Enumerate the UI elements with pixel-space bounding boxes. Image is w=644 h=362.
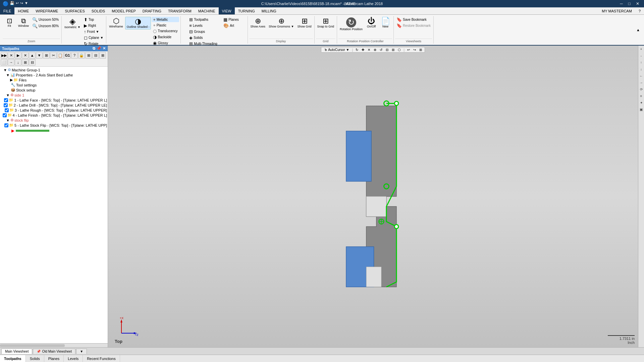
panel-scrollbar-thumb[interactable] [0, 344, 65, 347]
unzoom80-button[interactable]: 🔍 Unzoom 80% [31, 23, 60, 29]
delete-toolpath-button[interactable]: ✕ [22, 52, 29, 59]
menu-home[interactable]: HOME [14, 7, 32, 14]
menu-file[interactable]: FILE [0, 7, 14, 14]
on-off-button[interactable]: ⏻ On/Off [365, 17, 378, 29]
unzoom50-button[interactable]: 🔍 Unzoom 50% [31, 17, 60, 22]
viewsheet-main[interactable]: Main Viewsheet [1, 349, 32, 354]
window-controls[interactable]: ─ □ ✕ [618, 1, 641, 6]
tree-expand-machine[interactable]: ▼ [3, 68, 7, 72]
rp-btn-8[interactable]: ≡ [639, 93, 644, 99]
select-all-button[interactable]: ▶▶ [1, 52, 7, 59]
quick-access-save[interactable]: 💾 [10, 1, 14, 6]
vp-add-btn[interactable]: ✚ [360, 48, 366, 52]
deselect-all-button[interactable]: ✕ [8, 52, 14, 59]
fit-button[interactable]: ⊡ Fit [3, 17, 16, 28]
front-button[interactable]: ↑ Front ▼ [83, 29, 105, 35]
art-button[interactable]: 🎨 Art [222, 23, 240, 28]
rp-btn-9[interactable]: ✦ [639, 100, 644, 105]
tree-toolpath-2[interactable]: 📁 2 - Lathe Drill - [WCS: Top] - [Tplane… [1, 103, 107, 108]
ribbon-expand-button[interactable]: ▲ [634, 16, 643, 44]
rp-btn-2[interactable]: - [639, 53, 644, 58]
new-viewsheet-button[interactable]: 📄 New [379, 17, 392, 29]
metallic-button[interactable]: ● Metallic [152, 17, 179, 22]
backplot-button[interactable]: ⊞ [22, 59, 29, 66]
tree-expand-properties[interactable]: ▼ [6, 73, 10, 77]
panel-float-button[interactable]: ⧉ [93, 46, 95, 51]
tree-stock-setup[interactable]: 📦 Stock setup [1, 87, 107, 93]
viewport[interactable]: 🖱 AutoCursor ▼ | ↻ ✚ ✕ ⊕ ↺ ⊟ ⊞ ⬡ | ↩ ↪ ⊞ [108, 46, 638, 347]
g1-button[interactable]: G1 [64, 52, 71, 59]
quick-access-redo[interactable]: ↪ [20, 1, 23, 6]
vp-grid-btn[interactable]: ⊞ [418, 48, 423, 52]
regen-button[interactable]: → [8, 59, 14, 66]
quick-access-more[interactable]: ▼ [24, 1, 28, 6]
tree-expand-side1[interactable]: ▼ [6, 93, 10, 97]
lock-button[interactable]: 🔒 [78, 52, 85, 59]
show-gnomon-button[interactable]: ⊕ Show Gnomons ▼ [267, 17, 295, 29]
tree-machine-group[interactable]: ▼ ⚙ Machine Group-1 [1, 67, 107, 72]
tree-properties[interactable]: ▼ 📊 Properties - 2 Axis Slant Bed Lathe [1, 72, 107, 77]
menu-milling[interactable]: MILLING [258, 7, 280, 14]
menu-surfaces[interactable]: SURFACES [61, 7, 88, 14]
tab-solids[interactable]: Solids [26, 355, 44, 362]
rp-btn-4[interactable]: ↓ [639, 66, 644, 72]
toolpaths-manager-button[interactable]: ⊞ Toolpaths [188, 17, 221, 22]
tree-tool-settings[interactable]: 🔧 Tool settings [1, 82, 107, 87]
outline-shaded-button[interactable]: ◑ Outline Shaded - [125, 17, 151, 29]
rotation-position-button[interactable]: ↻ Rotation Position [338, 17, 364, 32]
autocursor-button[interactable]: 🖱 AutoCursor ▼ [323, 48, 351, 52]
post-button[interactable]: ⊟ [29, 59, 36, 66]
tp2-checkbox[interactable] [4, 103, 8, 107]
vp-minus-btn[interactable]: ⊟ [384, 48, 390, 52]
tree-toolpath-5[interactable]: 📁 5 - Lathe Stock Flip - [WCS: Top] - [T… [1, 123, 107, 128]
help-panel-button[interactable]: ? [71, 52, 78, 59]
cut-button[interactable]: ✂ [50, 52, 57, 59]
vp-wireframe-btn[interactable]: ⬡ [396, 48, 402, 52]
toolpath-group-button[interactable]: ⊞ [43, 52, 50, 59]
vp-plus-btn[interactable]: ⊞ [390, 48, 396, 52]
rp-btn-3[interactable]: ↑ [639, 60, 644, 65]
solids-manager-button[interactable]: ◈ Solids [188, 35, 221, 41]
filter-button[interactable]: ⊟ [92, 52, 99, 59]
panel-header-controls[interactable]: ⧉ 📌 ✕ [93, 46, 106, 51]
menu-wireframe[interactable]: WIREFRAME [32, 7, 61, 14]
plastic-button[interactable]: ● Plastic [152, 22, 179, 28]
groups-button[interactable]: ⊟ Groups [188, 29, 221, 35]
rp-btn-7[interactable]: ⟳ [639, 86, 644, 92]
paste-button[interactable]: 📋 [57, 52, 64, 59]
backside-button[interactable]: ◑ Backside [152, 34, 179, 40]
tree-side1[interactable]: ▼ ⚙ side 1 [1, 93, 107, 98]
sim-button[interactable]: ⬜ [1, 59, 7, 66]
tab-levels[interactable]: Levels [64, 355, 83, 362]
menu-machine[interactable]: MACHINE [195, 7, 219, 14]
levels-button[interactable]: ≡ Levels [188, 23, 221, 28]
menu-view[interactable]: VIEW [219, 7, 235, 14]
toggle-display-button[interactable]: ▶ [15, 52, 21, 59]
menu-drafting[interactable]: DRAFTING [139, 7, 165, 14]
cplane-button[interactable]: ◻ Cplane ▼ [83, 35, 105, 41]
tree-toolpath-1[interactable]: 📁 1 - Lathe Face - [WCS: Top] - [Tplane:… [1, 98, 107, 103]
save-bookmark-button[interactable]: 🔖 Save Bookmark [395, 17, 432, 22]
menu-transform[interactable]: TRANSFORM [165, 7, 195, 14]
show-grid-button[interactable]: ⊞ Show Grid [296, 17, 313, 29]
add-button[interactable]: ⊞ [85, 52, 92, 59]
tab-toolpaths[interactable]: Toolpaths [0, 355, 26, 362]
right-button[interactable]: ▶ Right [83, 23, 105, 28]
rp-btn-5[interactable]: ← [639, 73, 644, 78]
vp-target-btn[interactable]: ⊕ [372, 48, 378, 52]
vp-undo2-btn[interactable]: ↩ [406, 48, 411, 52]
tree-expand-files[interactable]: ▶ [10, 78, 13, 82]
tp5-checkbox[interactable] [4, 123, 8, 127]
panel-dock-button[interactable]: 📌 [97, 46, 101, 51]
vp-rotate-btn[interactable]: ↻ [354, 48, 360, 52]
wireframe-button[interactable]: ⬡ Wireframe [108, 17, 124, 29]
restore-bookmark-button[interactable]: 🔖 Restore Bookmark [395, 23, 432, 28]
top-button[interactable]: ⬆ Top [83, 17, 105, 22]
panel-close-button[interactable]: ✕ [103, 46, 106, 51]
window-button[interactable]: ⧉ Window [17, 17, 30, 28]
minimize-button[interactable]: ─ [618, 1, 625, 6]
viewsheet-old-main[interactable]: 📌 Old Main Viewsheet [33, 349, 75, 354]
quick-access-undo[interactable]: ↩ [16, 1, 19, 6]
rp-btn-10[interactable]: ▣ [639, 107, 644, 112]
isometric-button[interactable]: ◈ Isometric ▼ [63, 17, 82, 29]
